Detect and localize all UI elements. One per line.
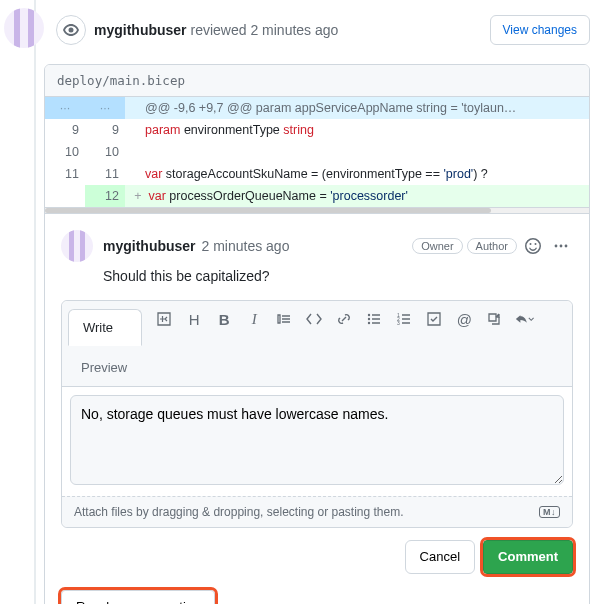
svg-point-0 [555,245,558,248]
eye-icon [63,22,79,38]
saved-replies-icon[interactable] [514,309,534,329]
cancel-button[interactable]: Cancel [405,540,475,574]
heading-icon[interactable]: H [184,309,204,329]
commenter-avatar[interactable] [61,230,93,262]
svg-text:3: 3 [397,320,400,326]
suggestion-icon[interactable] [154,309,174,329]
comment-meta: mygithubuser 2 minutes ago [103,238,289,254]
quote-icon[interactable] [274,309,294,329]
svg-point-3 [368,314,370,316]
markdown-icon[interactable]: M↓ [539,506,560,518]
kebab-menu[interactable] [549,234,573,258]
review-summary: mygithubuser reviewed 2 minutes ago [94,22,338,38]
reviewer-avatar[interactable] [4,8,44,48]
svg-point-2 [565,245,568,248]
svg-point-1 [560,245,563,248]
resolve-conversation-button[interactable]: Resolve conversation [61,590,215,604]
author-badge: Author [467,238,517,254]
tab-preview[interactable]: Preview [66,345,142,386]
diff-table: ······@@ -9,6 +9,7 @@ param appServiceAp… [45,97,589,207]
smiley-icon [525,238,541,254]
emoji-reaction-button[interactable] [521,234,545,258]
view-changes-button[interactable]: View changes [490,15,591,45]
bold-icon[interactable]: B [214,309,234,329]
diff-row[interactable]: 1010 [45,141,589,163]
mention-icon[interactable]: @ [454,309,474,329]
tab-write[interactable]: Write [68,309,142,346]
unordered-list-icon[interactable] [364,309,384,329]
owner-badge: Owner [412,238,462,254]
svg-point-5 [368,322,370,324]
diff-container: deploy/main.bicep ······@@ -9,6 +9,7 @@ … [44,64,590,604]
comment-body: Should this be capitalized? [103,268,573,284]
attach-hint[interactable]: Attach files by dragging & dropping, sel… [62,496,572,527]
italic-icon[interactable]: I [244,309,264,329]
reply-editor: Write Preview H B I [61,300,573,528]
review-timeline-badge [56,15,86,45]
diff-row[interactable]: 99param environmentType string [45,119,589,141]
diff-row[interactable]: 1111var storageAccountSkuName = (environ… [45,163,589,185]
link-icon[interactable] [334,309,354,329]
diff-row[interactable]: 12+ var processOrderQueueName = 'process… [45,185,589,207]
diff-file-path[interactable]: deploy/main.bicep [45,65,589,97]
code-icon[interactable] [304,309,324,329]
comment-button[interactable]: Comment [483,540,573,574]
tasklist-icon[interactable] [424,309,444,329]
reply-textarea[interactable] [70,395,564,485]
kebab-icon [553,238,569,254]
svg-point-4 [368,318,370,320]
cross-reference-icon[interactable] [484,309,504,329]
ordered-list-icon[interactable]: 123 [394,309,414,329]
